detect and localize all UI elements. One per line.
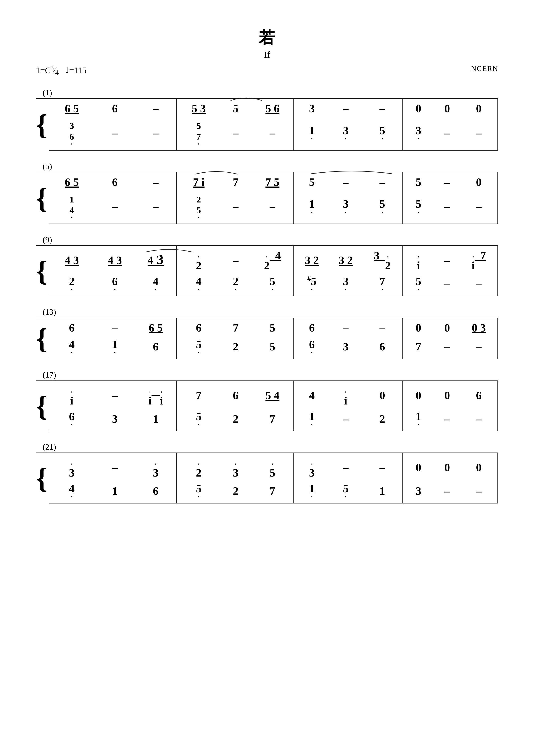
key-tempo: 1=C3⁄4 ♩=115 (36, 65, 87, 77)
ln1-2: – (94, 117, 136, 150)
ln2-2: – (219, 117, 252, 150)
ln3-3: 5 · (363, 117, 402, 150)
ln2-3: – (252, 117, 293, 150)
section-5-lower: 1 4 · – – 2 (36, 190, 498, 224)
composer: NGERN (471, 65, 498, 73)
brace-17: { (36, 381, 49, 431)
ln3-1: 1 · (295, 117, 329, 150)
ln2-1: 5 7 · (178, 117, 219, 150)
section-17-upper: { · i – · i (36, 381, 498, 408)
section-21-lower: 4 · 1 6 5 · 2 7 (36, 480, 498, 503)
ln3-2: 3 · (329, 117, 363, 150)
section-21-label: (21) (36, 440, 498, 453)
n2-1: 5 3 (178, 98, 219, 117)
page: 若 If 1=C3⁄4 ♩=115 NGERN (1) { 6 5 6 – (0, 0, 534, 756)
n2-2: 5 (219, 98, 252, 117)
brace-1: { (36, 98, 49, 150)
n4-3: 0 (462, 98, 496, 117)
section-1-label: (1) (36, 86, 498, 98)
section-5-label: (5) (36, 159, 498, 172)
meta-row: 1=C3⁄4 ♩=115 NGERN (36, 65, 498, 77)
section-1-lower: 3 6 · – – 5 (36, 117, 498, 150)
barline-3 (402, 98, 404, 117)
ln4-2: – (433, 117, 462, 150)
ln1-3: – (136, 117, 176, 150)
brace-9: { (36, 246, 49, 296)
section-13-upper: { 6 – 6 5 6 7 5 6 – – 0 0 0 3 (36, 318, 498, 336)
brace-5: { (36, 172, 49, 224)
ln4-1: 3 · (404, 117, 433, 150)
n4-2: 0 (433, 98, 462, 117)
section-9-lower: 2 · 6 · 4 · (36, 273, 498, 296)
section-13-lower: 4 · 1 · 6 5 · (36, 336, 498, 359)
section-9-label: (9) (36, 233, 498, 246)
section-17-lower: 6 · 3 1 5 · 2 7 (36, 408, 498, 431)
section-9-upper: { 4 3 4 3 4 3̇ · 2 (36, 246, 498, 273)
slur-1-svg (228, 95, 264, 101)
music-score: (1) { 6 5 6 – 5 3 5 (36, 86, 498, 503)
n4-1: 0 (404, 98, 433, 117)
n1-1: 6 5 (49, 98, 94, 117)
section-21-upper: { · 3 – · 3 (36, 453, 498, 480)
barline-2 (293, 98, 295, 117)
slur-9-svg (143, 247, 195, 253)
section-1-upper: { 6 5 6 – 5 3 5 (36, 98, 498, 117)
section-17-label: (17) (36, 368, 498, 381)
brace-21: { (36, 453, 49, 503)
n3-3: – (363, 98, 402, 117)
section-5-upper: { 6 5 6 – 7 i 7 7 5 (36, 172, 498, 190)
barline-1 (176, 98, 178, 117)
n1-2: 6 (94, 98, 136, 117)
n3-1: 3 (295, 98, 329, 117)
barline-end-1 (496, 98, 498, 117)
n3-2: – (329, 98, 363, 117)
brace-13: { (36, 318, 49, 359)
title-english: If (36, 49, 498, 60)
sheet-music: (1) { 6 5 6 – 5 3 5 (36, 86, 498, 503)
title-chinese: 若 (36, 27, 498, 48)
title-section: 若 If (36, 27, 498, 60)
ln1-1: 3 6 · (49, 117, 94, 150)
n1-3: – (136, 98, 176, 117)
slur-5b-svg (309, 168, 394, 175)
slur-5a-svg (193, 169, 240, 175)
section-13-label: (13) (36, 305, 498, 318)
ln4-3: – (462, 117, 496, 150)
